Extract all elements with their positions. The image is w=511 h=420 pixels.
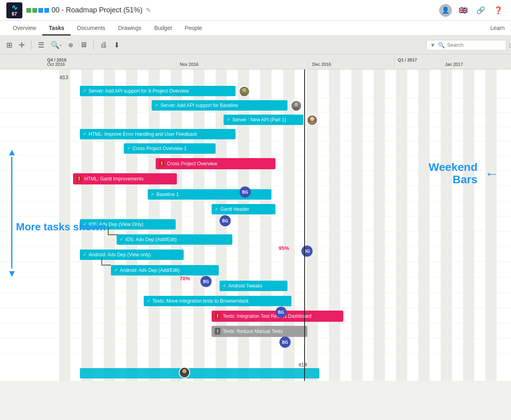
check-icon-11: ✓ [120, 237, 123, 242]
edit-icon[interactable]: ✎ [146, 6, 151, 14]
avatar-task-10 [179, 367, 190, 378]
task-4-label: HTML: Improve Error Handling and User Fe… [89, 131, 197, 137]
toolbar-sep2 [93, 40, 94, 50]
row-task-5: ✓ Cross Project Overview 1 BG [0, 141, 511, 156]
month-oct: Oct 2016 [44, 61, 176, 69]
monitor-icon[interactable]: 🖥 [78, 39, 89, 51]
bar-task-13[interactable]: ✓ Android: Adv Dep (Add/Edit) [111, 265, 219, 275]
month-jan: Jan 2017 [442, 61, 511, 69]
logo-number: 87 [12, 11, 17, 17]
weekend-bars-text: WeekendBars [429, 161, 477, 186]
row-task-1: ✓ Server: Add API support for X-Project … [0, 84, 511, 98]
filter-icon[interactable]: ▼ [430, 42, 436, 48]
task-11-label: iOS: Adv Dep (Add/Edit) [125, 237, 177, 242]
bar-task-3[interactable]: ✓ Server : New API (Part 1) [224, 115, 303, 125]
tab-people[interactable]: People [178, 22, 209, 36]
check-icon-2: ✓ [155, 103, 158, 108]
tab-documents[interactable]: Documents [71, 22, 112, 36]
svg-point-0 [242, 88, 246, 92]
bar-it14 [80, 368, 319, 378]
search-input[interactable] [447, 42, 507, 48]
sidebar-toggle-icon[interactable]: ▷ [509, 42, 511, 48]
warn-icon-16: ! [215, 313, 220, 319]
print-icon[interactable]: 🖨 [99, 39, 109, 51]
zoom-out-icon[interactable]: 🔍- [49, 39, 63, 51]
row-task-11: ✓ iOS: Adv Dep (Add/Edit) [0, 232, 511, 247]
task-12-label: Android: Adv Dep (View only) [89, 252, 151, 258]
task-3-label: Server : New API (Part 1) [232, 117, 286, 123]
list-icon[interactable]: ☰ [36, 39, 46, 51]
row-task-8: ✓ Baseline 1 BG [0, 187, 511, 202]
link-icon[interactable]: 🔗 [474, 4, 487, 17]
check-icon-4: ✓ [83, 131, 87, 137]
bar-task-7[interactable]: ! HTML: Gantt Improvements [73, 173, 177, 184]
pct-task-7: 70% [180, 275, 190, 281]
row-task-9: ✓ Gantt Header BG [0, 202, 511, 216]
month-nov: Nov 2016 [176, 61, 309, 69]
top-right-icons: 👤 🇬🇧 🔗 ❓ [439, 4, 505, 17]
help-icon[interactable]: ❓ [492, 4, 505, 17]
tab-overview[interactable]: Overview [6, 22, 42, 36]
project-title: 00 - Roadmap Project (51%) [51, 6, 143, 14]
learn-link[interactable]: Learn [490, 25, 505, 31]
bar-task-6[interactable]: ! Cross Project Overview [156, 158, 275, 169]
bar-task-2[interactable]: ✓ Server: Add API support for Baseline [152, 100, 287, 111]
task-5-label: Cross Project Overview 1 [133, 146, 186, 151]
bar-task-14[interactable]: ✓ Android Tweaks [220, 281, 287, 291]
more-tasks-text: More tasks shown [16, 221, 106, 233]
logo-box: ∿ 87 [6, 2, 22, 18]
warn-icon-6: ! [159, 160, 164, 167]
zoom-in-icon[interactable]: ⊕ [67, 40, 75, 50]
month-dec: Dec 2016 [309, 61, 442, 69]
today-line [304, 69, 305, 381]
svg-point-6 [182, 369, 186, 373]
task-2-label: Server: Add API support for Baseline [160, 103, 238, 108]
bar-task-17[interactable]: ! Tests: Reduce Manual Tests [212, 326, 307, 337]
top-bar: ∿ 87 00 - Roadmap Project (51%) ✎ 👤 🇬🇧 🔗… [0, 0, 511, 21]
check-icon-9: ✓ [215, 206, 218, 212]
tab-budget[interactable]: Budget [148, 22, 178, 36]
avatar-bg-task-8: BG [275, 307, 287, 318]
avatar-bg-task-6: BG [301, 246, 313, 257]
grid-icon[interactable]: ⊞ [5, 39, 14, 51]
task-17-label: Tests: Reduce Manual Tests [223, 329, 283, 334]
bar-task-11[interactable]: ✓ iOS: Adv Dep (Add/Edit) [117, 234, 232, 245]
check-icon-14: ✓ [223, 283, 226, 288]
tab-tasks[interactable]: Tasks [42, 22, 71, 36]
bar-task-4[interactable]: ✓ HTML: Improve Error Handling and User … [80, 129, 236, 139]
search-box[interactable]: ▼ 🔍 ▷ [426, 40, 506, 50]
check-icon-5: ✓ [127, 146, 131, 151]
user-avatar-icon[interactable]: 👤 [439, 4, 452, 17]
dep-line-ios [108, 228, 109, 235]
avatar-bg-task-4: BG [240, 186, 251, 198]
more-tasks-arrow: ▲ ▼ [7, 147, 17, 278]
task-8-label: Baseline 1 [156, 192, 179, 197]
bar-task-9[interactable]: ✓ Gantt Header [212, 204, 275, 214]
row-task-18: Release: It13 [0, 339, 511, 354]
task-1-label: Server: Add API support for X-Project Ov… [89, 88, 189, 94]
tools-icon[interactable]: ✛ [17, 39, 26, 51]
arrow-up-icon: ▲ [7, 147, 17, 157]
bar-task-8[interactable]: ✓ Baseline 1 [148, 189, 271, 200]
check-icon-13: ✓ [114, 267, 118, 273]
row-task-13: ✓ Android: Adv Dep (Add/Edit) [0, 263, 511, 277]
nav-tabs: Overview Tasks Documents Drawings Budget… [0, 21, 511, 36]
download-icon[interactable]: ⬇ [112, 39, 121, 51]
tab-drawings[interactable]: Drawings [112, 22, 148, 36]
svg-point-7 [181, 374, 187, 378]
bar-task-12[interactable]: ✓ Android: Adv Dep (View only) [80, 250, 184, 260]
toolbar-sep1 [31, 40, 32, 50]
bar-task-5[interactable]: ✓ Cross Project Overview 1 [124, 143, 216, 154]
gantt-area: it13 ✓ Server: Add API support for X-Pro… [0, 69, 511, 381]
task-16-label: Tests: Integration Test Results Dashboar… [223, 313, 311, 319]
dot3 [38, 8, 43, 13]
svg-point-5 [309, 121, 315, 125]
dot4 [44, 8, 49, 13]
toolbar: ⊞ ✛ ☰ 🔍- ⊕ 🖥 🖨 ⬇ ▼ 🔍 ▷ [0, 36, 511, 54]
bar-task-15[interactable]: ✓ Tests: Move integration tests to Brows… [144, 296, 291, 306]
avatar-bg-task-5: BG [220, 215, 231, 226]
svg-point-3 [293, 107, 299, 111]
bar-task-1[interactable]: ✓ Server: Add API support for X-Project … [80, 86, 236, 96]
flag-icon[interactable]: 🇬🇧 [457, 4, 469, 17]
pct-task-6: 95% [279, 245, 289, 251]
